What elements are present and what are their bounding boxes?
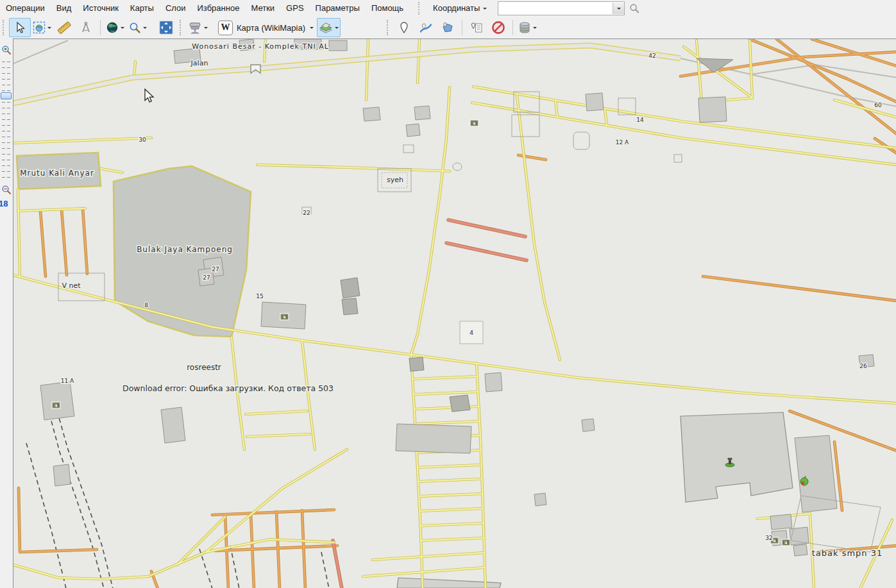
zoom-level-label: 18 — [0, 199, 8, 208]
compass-divider-icon — [80, 21, 92, 34]
zoom-out-icon — [1, 185, 12, 195]
zoom-tool-button[interactable] — [126, 18, 149, 37]
placemark-list-icon — [470, 21, 483, 34]
map-type-label: Карта (WikiMapia) — [237, 23, 305, 33]
globe-icon — [106, 21, 119, 34]
forbidden-icon — [491, 21, 505, 35]
map-label: Mrutu Kali Anyar — [20, 169, 94, 178]
cursor-arrow-icon — [13, 21, 26, 34]
zoom-in-button[interactable] — [1, 45, 12, 55]
coordinates-search-box[interactable] — [498, 1, 625, 15]
distance-calc-button[interactable] — [75, 18, 97, 37]
chevron-down-icon[interactable] — [121, 27, 124, 31]
polygon-icon — [441, 21, 454, 34]
add-path-button[interactable] — [415, 18, 437, 37]
map-label: 14 — [636, 117, 644, 123]
placemark-icon — [398, 21, 410, 34]
ruler-button[interactable] — [53, 18, 75, 37]
chevron-down-icon — [617, 8, 621, 12]
chevron-down-icon[interactable] — [47, 27, 51, 31]
toolbar-gripper[interactable] — [3, 20, 6, 35]
menu-help[interactable]: Помощь — [366, 0, 409, 17]
application-window: Операции Вид Источник Карты Слои Избранн… — [0, 0, 896, 588]
toolbar-separator — [462, 20, 462, 35]
menu-view[interactable]: Вид — [51, 0, 78, 17]
cache-source-button[interactable] — [516, 18, 539, 37]
map-label: tabak smpn 31 — [812, 548, 883, 558]
map-label: 22 — [303, 210, 310, 216]
map-label: Wonosari Besar - Komplek TNI AL — [192, 42, 329, 51]
toolbar-separator — [512, 20, 513, 35]
menu-coordinates[interactable]: Координаты — [427, 0, 493, 17]
chevron-down-icon[interactable] — [533, 27, 537, 31]
search-go-button[interactable] — [629, 3, 640, 14]
photo-icon[interactable] — [52, 402, 60, 408]
magnifier-icon — [128, 21, 141, 34]
combo-dropdown-button[interactable] — [613, 3, 624, 14]
zoom-out-button[interactable] — [1, 185, 12, 195]
chevron-down-icon[interactable] — [335, 27, 339, 31]
menu-operations[interactable]: Операции — [0, 0, 51, 17]
map-label: 27 — [212, 266, 219, 273]
menu-gps[interactable]: GPS — [280, 0, 309, 17]
fullscreen-button[interactable] — [155, 18, 177, 37]
download-manager-button[interactable] — [186, 18, 210, 37]
map-svg: Wonosari Besar - Komplek TNI ALJalanMrut… — [13, 39, 896, 588]
map-label: V net — [62, 281, 81, 290]
goto-place-button[interactable] — [104, 18, 126, 37]
pan-cursor-button[interactable] — [9, 18, 31, 37]
map-areas — [17, 153, 793, 588]
map-label: 12 A — [616, 139, 629, 146]
map-type-selector[interactable]: W Карта (WikiMapia) — [215, 18, 317, 37]
chevron-down-icon[interactable] — [143, 27, 147, 31]
coordinates-label: Координаты — [433, 0, 480, 17]
selection-rect-icon — [33, 21, 46, 34]
map-label: 15 — [256, 293, 263, 299]
wikipedia-icon: W — [218, 21, 233, 35]
search-icon — [629, 3, 640, 14]
photo-icon[interactable] — [470, 120, 478, 126]
map-label: Jalan — [190, 59, 208, 67]
add-placemark-button[interactable] — [393, 18, 415, 37]
toolbar-gripper[interactable] — [387, 20, 391, 35]
menu-placemarks[interactable]: Метки — [245, 0, 280, 17]
menu-favorites[interactable]: Избранное — [192, 0, 246, 17]
menu-settings[interactable]: Параметры — [310, 0, 366, 17]
receiver-icon — [188, 21, 202, 35]
layers-toggle-button[interactable] — [317, 18, 341, 37]
zoom-slider-handle[interactable] — [1, 92, 12, 99]
map-label: 27 — [203, 274, 210, 281]
zoom-slider-track[interactable] — [2, 62, 10, 181]
map-label: 32 — [765, 535, 772, 541]
disable-download-button[interactable] — [487, 18, 509, 37]
ruler-icon — [57, 21, 71, 35]
map-label: 26 — [859, 363, 867, 369]
map-label: 30 — [139, 137, 146, 143]
menu-source[interactable]: Источник — [77, 0, 124, 17]
chevron-down-icon — [310, 27, 314, 31]
toolbar-gripper[interactable] — [418, 2, 423, 15]
flag-icon[interactable] — [251, 65, 260, 73]
menu-maps[interactable]: Карты — [124, 0, 160, 17]
tile-status: rosreestr Download error: Ошибка загрузк… — [123, 363, 334, 393]
menu-layers[interactable]: Слои — [160, 0, 192, 17]
map-label: Bulak Jaya Kampoeng — [137, 245, 233, 254]
search-input[interactable] — [498, 3, 613, 13]
selection-manager-button[interactable] — [31, 18, 53, 37]
photo-icon[interactable] — [782, 539, 790, 546]
map-layers-icon — [319, 21, 333, 35]
path-route-icon — [419, 21, 432, 34]
map-label: 60 — [874, 102, 882, 108]
chevron-down-icon[interactable] — [204, 27, 208, 31]
placemark-manager-button[interactable] — [466, 18, 487, 37]
map-canvas[interactable]: Wonosari Besar - Komplek TNI ALJalanMrut… — [13, 38, 896, 588]
zoom-panel: 18 — [0, 38, 13, 588]
map-label: 8 — [144, 302, 148, 308]
toolbar-gripper[interactable] — [180, 20, 183, 35]
tile-layer-label: rosreestr — [187, 363, 221, 372]
fullscreen-icon — [159, 21, 173, 35]
add-polygon-button[interactable] — [437, 18, 459, 37]
map-label: syeh — [387, 176, 403, 184]
photo-icon[interactable] — [280, 314, 289, 320]
download-error-text: Download error: Ошибка загрузки. Код отв… — [123, 383, 334, 393]
